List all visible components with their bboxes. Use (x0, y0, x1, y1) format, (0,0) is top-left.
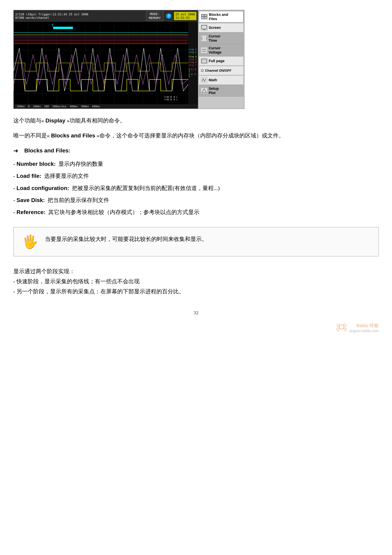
svg-point-26 (344, 324, 346, 327)
scope-signal-labels: vlog 1 vlog 2 Vlog 4 vlog 5 vlog 6 vlog … (188, 22, 198, 104)
blocks-files-icon (201, 14, 208, 20)
phase1: - 快速阶段，显示采集的包络线；有一些点不会出现 (13, 276, 379, 286)
svg-rect-21 (201, 59, 207, 63)
help-icon: ? (166, 13, 171, 19)
phases-section: 显示通过两个阶段实现： - 快速阶段，显示采集的包络线；有一些点不会出现 - 另… (13, 266, 379, 297)
svg-marker-23 (202, 89, 207, 93)
para1: 这个功能与« Display »功能具有相同的命令。 (13, 116, 379, 125)
screen-label: Screen (209, 26, 221, 30)
scope-button-panel: Blocks andFiles Screen CursorTime (198, 10, 244, 109)
cursor-time-label: CursorTime (209, 34, 221, 43)
arrow-icon: ➜ (13, 146, 18, 156)
date-box: 25 oct 2006 11:51:51 (174, 12, 196, 20)
full-page-icon (201, 58, 207, 64)
setup-plot-button[interactable]: SetupPlot (199, 85, 243, 96)
scope-outer: 2/128 (10µs) Trigger:11:51:34 25 oct 200… (14, 10, 244, 109)
blocks-files-button[interactable]: Blocks andFiles (199, 11, 243, 23)
setup-plot-label: SetupPlot (209, 87, 219, 95)
volt-labels: A 2: 5 V A 1: 5 V (167, 96, 178, 101)
vlog2-label: vlog 2 (189, 51, 197, 53)
scope-screenshot: 2/128 (10µs) Trigger:11:51:34 25 oct 200… (13, 10, 244, 109)
svg-rect-9 (202, 15, 204, 16)
math-label: Math (209, 78, 217, 82)
section-title: Blocks and Files: (24, 147, 71, 153)
setup-plot-icon (201, 88, 207, 94)
cursor-voltage-icon (201, 47, 207, 53)
vlog7-label: vlog 7 (189, 64, 197, 66)
cursor-voltage-label: CursorVoltage (209, 46, 221, 55)
baidu-url: jingyan.baidu.com (349, 329, 379, 333)
note-text: 当要显示的采集比较大时，可能要花比较长的时间来收集和显示。 (45, 234, 207, 244)
scope-grid: T (14, 22, 188, 104)
screen-button[interactable]: Screen (199, 23, 243, 32)
list-item-1: - Number block: 显示内存快的数量 (13, 159, 379, 169)
phases-title: 显示通过两个阶段实现： (13, 266, 379, 276)
svg-rect-13 (201, 25, 207, 29)
page-container: 2/128 (10µs) Trigger:11:51:34 25 oct 200… (13, 10, 379, 334)
mode-box: MODE:MEMORY (146, 11, 164, 21)
channel-onoff-label: Channel ON/OFF (205, 69, 231, 73)
baidu-logo-icon (335, 322, 348, 334)
page-number: 32 (13, 310, 379, 315)
list-item-4: - Save Disk: 把当前的显示保存到文件 (13, 195, 379, 205)
blocks-files-label: Blocks andFiles (209, 13, 228, 21)
scope-screen: 2/128 (10µs) Trigger:11:51:34 25 oct 200… (14, 10, 198, 109)
full-page-button[interactable]: Full page (199, 56, 243, 66)
full-page-label: Full page (209, 59, 225, 63)
svg-rect-11 (202, 17, 204, 18)
checkbox-icon: ☑ (201, 69, 204, 73)
svg-point-28 (344, 328, 347, 331)
waveform-svg: Vaie A 2: Vaie A 1: (14, 22, 188, 104)
svg-point-24 (339, 325, 344, 329)
vlog5-label: vlog 5 (189, 58, 197, 61)
hand-icon: 🖐 (22, 234, 38, 249)
phase2: - 另一个阶段，显示所有的采集点：在屏幕的下部显示进程的百分比。 (13, 286, 379, 296)
scope-header: 2/128 (10µs) Trigger:11:51:34 25 oct 200… (14, 10, 198, 22)
svg-point-27 (337, 328, 339, 331)
svg-rect-10 (205, 15, 207, 16)
math-icon (201, 77, 207, 83)
va2-label: A 2: 5 V (189, 73, 197, 78)
list-item-2: - Load file: 选择要显示的文件 (13, 171, 379, 181)
scope-header-line2: 87380 words/channel (15, 16, 88, 19)
blocks-files-bold: Blocks and Files (51, 132, 95, 139)
svg-point-25 (337, 324, 340, 327)
scope-main: T (14, 22, 198, 104)
vlog6-label: vlog 6 (189, 61, 197, 63)
vlog1-label: vlog 1 (189, 48, 197, 51)
scope-header-info: 2/128 (10µs) Trigger:11:51:34 25 oct 200… (15, 13, 88, 19)
svg-rect-12 (205, 17, 207, 18)
cursor-time-icon (201, 36, 207, 41)
display-bold: Display (45, 117, 65, 124)
channel-onoff-button[interactable]: ☑ Channel ON/OFF (199, 66, 243, 75)
note-box: 🖐 当要显示的采集比较大时，可能要花比较长的时间来收集和显示。 (13, 227, 379, 256)
scope-header-line1: 2/128 (10µs) Trigger:11:51:34 25 oct 200… (15, 13, 88, 16)
cursor-time-button[interactable]: CursorTime (199, 33, 243, 44)
section-header: ➜ Blocks and Files: (13, 146, 379, 156)
cursor-voltage-button[interactable]: CursorVoltage (199, 44, 243, 56)
math-button[interactable]: Math (199, 75, 243, 85)
list-item-5: - Reference: 其它块与参考块相比较（内存模式）；参考块以点的方式显示 (13, 207, 379, 217)
va1-label: A 1: 5 V (189, 68, 197, 73)
baidu-text: Baidu 经验 (349, 322, 379, 329)
screen-icon (201, 25, 207, 31)
scope-header-right: MODE:MEMORY ? 25 oct 2006 11:51:51 (146, 11, 196, 21)
baidu-watermark: Baidu 经验 jingyan.baidu.com (13, 322, 379, 334)
scope-time-axis: -100ms 0 100ms 200 100ms/div 400ms 500ms… (14, 104, 198, 109)
text-section: 这个功能与« Display »功能具有相同的命令。 唯一的不同是« Block… (13, 116, 379, 217)
para2: 唯一的不同是« Blocks and Files »命令，这个命令可选择要显示的… (13, 131, 379, 140)
list-item-3: - Load configuration: 把被显示的采集的配置复制到当前的配置… (13, 183, 379, 193)
vlog4-label: Vlog 4 (189, 55, 197, 58)
